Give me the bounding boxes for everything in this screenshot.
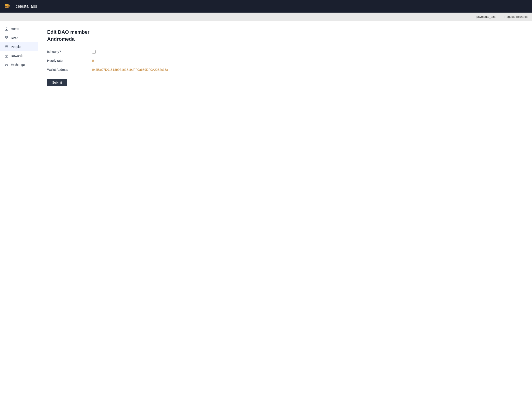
is-hourly-checkbox[interactable]	[92, 50, 96, 54]
logo-container: celesta labs	[5, 2, 37, 11]
submit-row: Submit	[47, 77, 523, 86]
svg-rect-3	[6, 29, 7, 30]
svg-point-8	[6, 46, 7, 47]
dao-icon	[5, 36, 8, 40]
submit-button[interactable]: Submit	[47, 79, 67, 86]
main-content: Edit DAO member Andromeda Is hourly? Hou…	[38, 21, 532, 405]
svg-rect-5	[7, 36, 8, 38]
layout: Home DAO Peopl	[0, 21, 532, 405]
svg-rect-7	[7, 38, 8, 39]
sidebar-item-dao[interactable]: DAO	[0, 33, 38, 42]
sidebar-item-rewards[interactable]: Rewards	[0, 51, 38, 60]
is-hourly-label: Is hourly?	[47, 50, 92, 54]
wallet-address-label: Wallet Address	[47, 68, 92, 71]
page-title-line2: Andromeda	[47, 36, 523, 43]
wallet-address-row: Wallet Address 0x4BaC7D01818996161819dFF…	[47, 68, 523, 71]
hourly-rate-label: Hourly rate	[47, 59, 92, 62]
svg-rect-1	[5, 7, 8, 8]
hourly-rate-value: 0	[92, 59, 94, 62]
edit-dao-member-form: Is hourly? Hourly rate 0 Wallet Address …	[47, 50, 523, 86]
is-hourly-row: Is hourly?	[47, 50, 523, 54]
sidebar-item-people[interactable]: People	[0, 42, 38, 51]
home-icon	[5, 27, 8, 31]
workspace-label: payments_test	[477, 15, 496, 18]
exchange-icon	[5, 63, 8, 67]
sidebar-item-exchange[interactable]: Exchange	[0, 60, 38, 69]
sidebar-item-exchange-label: Exchange	[11, 63, 25, 67]
svg-point-9	[7, 46, 8, 47]
sidebar-item-people-label: People	[11, 45, 21, 48]
sidebar-item-dao-label: DAO	[11, 36, 18, 40]
rewards-icon	[5, 54, 8, 58]
sidebar-item-home[interactable]: Home	[0, 24, 38, 33]
svg-rect-6	[5, 38, 6, 39]
people-icon	[5, 45, 8, 49]
user-label: Regulus Rewards	[504, 15, 527, 18]
sidebar-item-rewards-label: Rewards	[11, 54, 23, 58]
app-title: celesta labs	[16, 4, 37, 9]
sidebar: Home DAO Peopl	[0, 21, 38, 405]
wallet-address-value: 0x4BaC7D01818996161819dFF0a689DF0A2232c1…	[92, 68, 168, 71]
logo-icon	[5, 2, 13, 11]
topbar: payments_test Regulus Rewards	[0, 13, 532, 21]
page-title-line1: Edit DAO member	[47, 29, 523, 36]
sidebar-item-home-label: Home	[11, 27, 19, 31]
header: celesta labs	[0, 0, 532, 13]
hourly-rate-row: Hourly rate 0	[47, 59, 523, 62]
page-title: Edit DAO member Andromeda	[47, 29, 523, 43]
svg-rect-4	[5, 36, 6, 38]
svg-rect-2	[7, 5, 10, 7]
